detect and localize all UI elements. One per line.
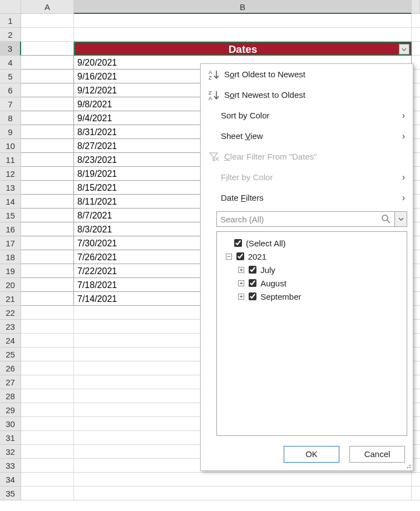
filter-values-tree[interactable]: (Select All) − 2021 +July +August +Septe… (216, 231, 407, 436)
cell-A9[interactable] (21, 125, 74, 139)
cell-A2[interactable] (21, 28, 74, 42)
tree-month-august[interactable]: +August (220, 276, 403, 290)
cell-A29[interactable] (21, 403, 74, 417)
row-header-19[interactable]: 19 (0, 264, 21, 278)
date-filters[interactable]: Date Filters › (201, 187, 413, 208)
filter-search-input[interactable]: Search (All) (216, 211, 395, 227)
cell-A15[interactable] (21, 209, 74, 222)
cell-A35[interactable] (21, 487, 74, 500)
row-header-8[interactable]: 8 (0, 111, 21, 125)
cell-A32[interactable] (21, 445, 74, 459)
cell-A11[interactable] (21, 153, 74, 167)
cell-A17[interactable] (21, 236, 74, 250)
cell-A14[interactable] (21, 195, 74, 209)
row-header-35[interactable]: 35 (0, 487, 21, 500)
sort-by-color[interactable]: Sort by Color › (201, 105, 413, 126)
cell-A24[interactable] (21, 334, 74, 348)
cell-A33[interactable] (21, 459, 74, 473)
row-header-10[interactable]: 10 (0, 139, 21, 153)
ok-button[interactable]: OK (284, 446, 339, 463)
filter-dropdown-button[interactable] (399, 44, 409, 54)
row-header-32[interactable]: 32 (0, 445, 21, 459)
cell-A22[interactable] (21, 306, 74, 320)
cell-A1[interactable] (21, 14, 74, 28)
row-header-29[interactable]: 29 (0, 403, 21, 417)
cell-B34[interactable] (74, 473, 412, 487)
cell-A10[interactable] (21, 139, 74, 153)
cell-A18[interactable] (21, 250, 74, 264)
tree-month-july[interactable]: +July (220, 263, 403, 276)
cell-A5[interactable] (21, 70, 74, 83)
month-checkbox[interactable] (249, 266, 256, 274)
collapse-icon[interactable]: − (226, 254, 232, 260)
row-header-26[interactable]: 26 (0, 361, 21, 375)
cell-B35[interactable] (74, 487, 412, 500)
select-all-checkbox[interactable] (234, 239, 242, 247)
cell-A4[interactable] (21, 56, 74, 70)
row-header-14[interactable]: 14 (0, 195, 21, 209)
row-header-11[interactable]: 11 (0, 153, 21, 167)
cell-A13[interactable] (21, 181, 74, 195)
row-header-2[interactable]: 2 (0, 28, 21, 42)
row-header-33[interactable]: 33 (0, 459, 21, 473)
row-header-25[interactable]: 25 (0, 348, 21, 361)
cell-A28[interactable] (21, 389, 74, 403)
tree-month-september[interactable]: +September (220, 290, 403, 303)
month-checkbox[interactable] (249, 292, 256, 300)
cell-A8[interactable] (21, 111, 74, 125)
row-header-15[interactable]: 15 (0, 209, 21, 222)
tree-year-2021[interactable]: − 2021 (220, 250, 403, 263)
expand-icon[interactable]: + (238, 267, 244, 273)
expand-icon[interactable]: + (238, 280, 244, 286)
row-header-22[interactable]: 22 (0, 306, 21, 320)
row-header-3[interactable]: 3 (0, 42, 21, 56)
cell-A12[interactable] (21, 167, 74, 181)
cell-B1[interactable] (74, 14, 412, 28)
row-header-17[interactable]: 17 (0, 236, 21, 250)
cell-B3[interactable]: Dates (74, 42, 412, 56)
row-header-6[interactable]: 6 (0, 83, 21, 97)
row-header-21[interactable]: 21 (0, 292, 21, 306)
row-header-12[interactable]: 12 (0, 167, 21, 181)
search-scope-dropdown[interactable] (395, 211, 407, 227)
cell-A6[interactable] (21, 83, 74, 97)
tree-select-all[interactable]: (Select All) (220, 236, 403, 250)
row-header-9[interactable]: 9 (0, 125, 21, 139)
select-all-corner[interactable] (0, 0, 21, 14)
cell-A31[interactable] (21, 431, 74, 445)
year-checkbox[interactable] (236, 252, 244, 260)
col-header-A[interactable]: A (21, 0, 74, 14)
cell-A19[interactable] (21, 264, 74, 278)
cell-A23[interactable] (21, 320, 74, 334)
row-header-16[interactable]: 16 (0, 222, 21, 236)
cell-A26[interactable] (21, 361, 74, 375)
row-header-23[interactable]: 23 (0, 320, 21, 334)
row-header-28[interactable]: 28 (0, 389, 21, 403)
cell-A20[interactable] (21, 278, 74, 292)
row-header-7[interactable]: 7 (0, 97, 21, 111)
sort-newest-to-oldest[interactable]: Z A Sort Newest to Oldest (201, 85, 413, 105)
row-header-4[interactable]: 4 (0, 56, 21, 70)
row-header-13[interactable]: 13 (0, 181, 21, 195)
cell-A34[interactable] (21, 473, 74, 487)
resize-grip-icon[interactable] (406, 463, 411, 469)
sheet-view[interactable]: Sheet View › (201, 126, 413, 146)
cancel-button[interactable]: Cancel (349, 446, 405, 463)
expand-icon[interactable]: + (238, 294, 244, 300)
row-header-27[interactable]: 27 (0, 375, 21, 389)
row-header-24[interactable]: 24 (0, 334, 21, 348)
cell-A3[interactable] (21, 42, 74, 56)
cell-A27[interactable] (21, 375, 74, 389)
row-header-18[interactable]: 18 (0, 250, 21, 264)
cell-A25[interactable] (21, 348, 74, 361)
row-header-1[interactable]: 1 (0, 14, 21, 28)
row-header-30[interactable]: 30 (0, 417, 21, 431)
cell-A21[interactable] (21, 292, 74, 306)
cell-A30[interactable] (21, 417, 74, 431)
row-header-34[interactable]: 34 (0, 473, 21, 487)
row-header-31[interactable]: 31 (0, 431, 21, 445)
month-checkbox[interactable] (249, 279, 256, 287)
sort-oldest-to-newest[interactable]: A Z Sort Oldest to Newest (201, 64, 413, 85)
row-header-20[interactable]: 20 (0, 278, 21, 292)
cell-A7[interactable] (21, 97, 74, 111)
